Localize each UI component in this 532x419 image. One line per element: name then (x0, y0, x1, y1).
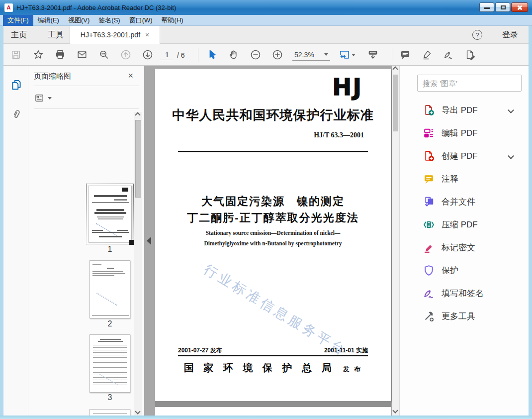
doc-title-en-1: Stationary source emission—Determination… (155, 230, 391, 236)
save-button[interactable] (7, 46, 25, 64)
page-count-label: / 6 (177, 51, 185, 59)
zoom-in-button[interactable] (268, 46, 286, 64)
menu-sign[interactable]: 签名(S) (94, 15, 124, 26)
standard-code: HJ/T 63.3—2001 (314, 131, 364, 139)
thumbnail-page-3[interactable] (89, 334, 130, 393)
doc-title-cn-2: 丁二酮肟-正丁醇萃取分光光度法 (155, 210, 391, 225)
tab-home[interactable]: 主页 (11, 26, 27, 44)
paperclip-icon (8, 106, 24, 122)
selection-resize-handle[interactable] (129, 240, 134, 245)
restore-button[interactable] (495, 2, 510, 12)
scroll-up-icon[interactable] (136, 113, 140, 117)
tool-label: 填写和签名 (442, 288, 484, 299)
navigation-rail (3, 66, 28, 416)
thumbnail-selection (86, 184, 134, 244)
rule-line (178, 355, 368, 356)
previous-page-icon (120, 49, 132, 61)
tool-label: 压缩 PDF (442, 219, 478, 230)
scroll-down-icon[interactable] (136, 410, 140, 414)
publish-label: 发 布 (343, 365, 362, 373)
redact-icon (422, 241, 435, 254)
sign-button[interactable] (440, 46, 457, 64)
rule-line (178, 151, 368, 152)
login-button[interactable]: 登录 (502, 30, 518, 40)
page-gap (155, 401, 391, 407)
find-button[interactable] (95, 46, 113, 64)
tool-more-tools[interactable]: 更多工具 (400, 305, 529, 327)
thumbnails-panel-header: 页面缩略图 × (28, 66, 144, 86)
sign-icon (443, 49, 454, 60)
toolbar-separator (198, 48, 198, 62)
thumbnails-options-button[interactable] (34, 92, 54, 105)
tool-export-pdf[interactable]: 导出 PDF (400, 99, 529, 121)
menu-file[interactable]: 文件(F) (3, 15, 33, 26)
page-thumbnails-rail-button[interactable] (9, 78, 23, 92)
tool-protect[interactable]: 保护 (400, 259, 529, 282)
tool-edit-pdf[interactable]: 编辑 PDF (400, 121, 529, 144)
search-icon (98, 49, 109, 60)
email-icon (77, 49, 88, 60)
zoom-level-dropdown[interactable]: 52.3% (292, 49, 330, 61)
menu-edit[interactable]: 编辑(E) (33, 15, 64, 26)
pdf-page-2-edge (155, 407, 391, 416)
menu-window[interactable]: 窗口(W) (125, 15, 157, 26)
highlight-button[interactable] (418, 46, 436, 64)
tool-redact[interactable]: 标记密文 (400, 236, 529, 259)
fill-sign-icon (465, 49, 476, 60)
select-tool-button[interactable] (203, 46, 221, 64)
next-page-button[interactable] (139, 46, 157, 64)
implement-date: 2001-11-01 实施 (324, 346, 368, 355)
favorites-button[interactable] (29, 46, 47, 64)
close-button[interactable] (511, 2, 528, 12)
hj-logo: HJ (332, 74, 363, 101)
scroll-up-icon[interactable] (393, 67, 397, 71)
thumbnail-page-2[interactable] (89, 260, 130, 318)
fit-width-button[interactable] (336, 46, 358, 64)
tool-comment[interactable]: 注释 (400, 167, 529, 190)
select-tool-icon (206, 49, 217, 60)
document-canvas: HJ 中华人民共和国环境保护行业标准 HJ/T 63.3—2001 大气固定污染… (144, 66, 399, 416)
document-scrollbar[interactable] (392, 66, 399, 416)
tab-document[interactable]: HJ+T63.3-2001.pdf × (70, 26, 160, 44)
tab-tools[interactable]: 工具 (48, 26, 64, 44)
panel-close-icon[interactable]: × (128, 71, 133, 81)
previous-page-button[interactable] (117, 46, 135, 64)
scrollbar-thumb[interactable] (135, 120, 141, 198)
page-number-input[interactable] (160, 49, 174, 60)
tab-document-label: HJ+T63.3-2001.pdf (81, 31, 140, 39)
tab-close-icon[interactable]: × (145, 31, 149, 39)
tool-create-pdf[interactable]: 创建 PDF (400, 144, 529, 167)
comment-icon (400, 49, 411, 60)
help-button[interactable]: ? (472, 30, 482, 40)
hand-tool-button[interactable] (225, 46, 243, 64)
menu-help[interactable]: 帮助(H) (157, 15, 188, 26)
scroll-down-icon[interactable] (393, 409, 397, 413)
window-border-left (0, 26, 3, 419)
attachments-rail-button[interactable] (9, 107, 23, 121)
tools-list: 导出 PDF 编辑 PDF 创建 PDF 注释 (400, 99, 529, 327)
window-border-bottom (0, 416, 532, 419)
email-button[interactable] (73, 46, 91, 64)
thumbnail-page-1[interactable] (88, 186, 132, 242)
zoom-out-button[interactable] (247, 46, 265, 64)
collapse-left-panel-handle[interactable] (147, 237, 151, 245)
comment-button[interactable] (396, 46, 414, 64)
menu-view[interactable]: 视图(V) (64, 15, 94, 26)
print-button[interactable] (51, 46, 69, 64)
scrollbar-thumb[interactable] (393, 75, 398, 131)
thumbnail-page-number: 2 (100, 319, 120, 328)
fill-sign-button[interactable] (461, 46, 479, 64)
tool-fill-sign[interactable]: 填写和签名 (400, 282, 529, 305)
pdf-page-1[interactable]: HJ 中华人民共和国环境保护行业标准 HJ/T 63.3—2001 大气固定污染… (155, 69, 391, 401)
zoom-out-icon (250, 49, 262, 61)
minimize-button[interactable] (479, 2, 494, 12)
tool-compress-pdf[interactable]: 压缩 PDF (400, 213, 529, 236)
window-title: HJ+T63.3-2001.pdf - Adobe Acrobat Reader… (16, 4, 176, 11)
tool-label: 更多工具 (442, 311, 475, 322)
tool-combine-files[interactable]: 合并文件 (400, 190, 529, 213)
acrobat-app-icon: A (4, 3, 13, 12)
tools-search-input[interactable] (417, 75, 522, 92)
thumbnails-scrollbar[interactable] (134, 112, 142, 416)
save-icon (10, 49, 21, 60)
reading-mode-button[interactable] (364, 46, 382, 64)
